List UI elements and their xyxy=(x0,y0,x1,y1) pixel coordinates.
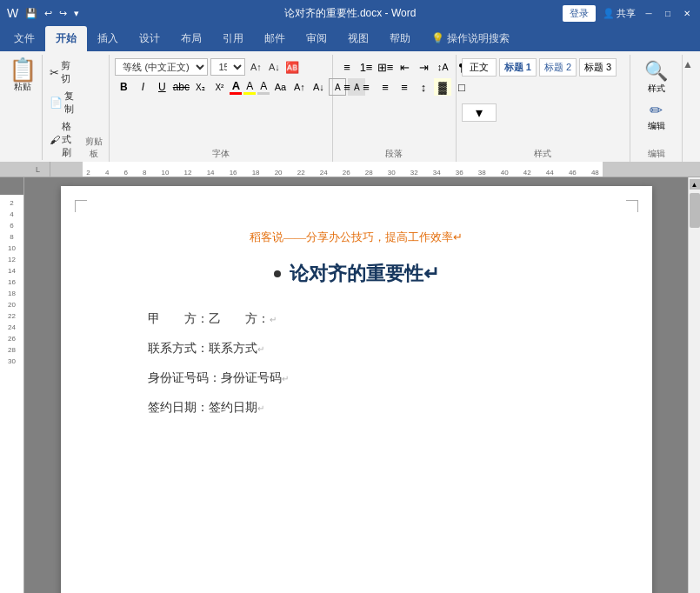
superscript-button[interactable]: X² xyxy=(210,78,228,96)
multilevel-button[interactable]: ⊞≡ xyxy=(377,58,394,76)
row3-value: 身份证号码 xyxy=(221,370,282,386)
row2-value: 联系方式 xyxy=(209,341,257,356)
style-heading3[interactable]: 标题 3 xyxy=(579,58,617,77)
row2-label: 联系方式 xyxy=(148,341,197,356)
vertical-ruler-body: 2 4 6 8 10 12 14 16 18 20 22 24 26 28 30 xyxy=(0,195,23,593)
tab-layout[interactable]: 布局 xyxy=(170,26,212,51)
vertical-scrollbar[interactable]: ▲ ▼ xyxy=(688,177,700,593)
paragraph-group: ≡ 1≡ ⊞≡ ⇤ ⇥ ↕A ¶ ≡ ≡ ≡ ≡ ↕ ▓ □ xyxy=(333,55,457,162)
font-size-up[interactable]: A↑ xyxy=(290,78,308,96)
row1-value: 乙 方 xyxy=(209,311,257,327)
tab-mailings[interactable]: 邮件 xyxy=(254,26,296,51)
shading-para-button[interactable]: ▓ xyxy=(434,78,451,96)
decrease-indent[interactable]: ⇤ xyxy=(396,58,413,76)
paste-icon: 📋 xyxy=(9,58,37,81)
tab-references[interactable]: 引用 xyxy=(212,26,254,51)
italic-button[interactable]: I xyxy=(134,78,151,96)
row2-colon: ： xyxy=(197,341,209,356)
tab-review[interactable]: 审阅 xyxy=(296,26,337,51)
horizontal-ruler: L 24 68 1012 1416 1820 2224 2628 3032 34… xyxy=(0,162,700,177)
font-family-select[interactable]: 等线 (中文正文) xyxy=(115,58,208,76)
font-grow-button[interactable]: A↑ xyxy=(248,59,263,75)
row2-enter: ↵ xyxy=(257,344,264,354)
font-group: 等线 (中文正文) 15.5 A↑ A↓ 🆎 B I U abc X₂ X² xyxy=(110,55,333,162)
tab-design[interactable]: 设计 xyxy=(129,26,170,51)
window-title: 论对齐的重要性.docx - Word xyxy=(284,6,417,21)
para-group-label: 段落 xyxy=(338,145,450,160)
tab-search[interactable]: 💡 操作说明搜索 xyxy=(421,26,520,51)
justify-button[interactable]: ≡ xyxy=(396,78,413,96)
corner-mark-tr xyxy=(626,200,638,212)
shading-button[interactable]: A xyxy=(257,80,270,95)
maximize-button[interactable]: □ xyxy=(662,7,674,19)
highlight-color-button[interactable]: A xyxy=(243,80,256,95)
document-page[interactable]: 稻客说——分享办公技巧，提高工作效率↵ 论对齐的重要性↵ 甲 方 ： 乙 方 ：… xyxy=(61,186,652,593)
row1-label: 甲 方 xyxy=(148,311,197,327)
align-right-button[interactable]: ≡ xyxy=(377,78,394,96)
line-spacing-button[interactable]: ↕ xyxy=(415,78,432,96)
sort-button[interactable]: ↕A xyxy=(434,58,451,76)
title-right: 登录 👤 共享 ─ □ ✕ xyxy=(563,5,693,22)
tab-view[interactable]: 视图 xyxy=(337,26,379,51)
minimize-button[interactable]: ─ xyxy=(643,7,655,19)
doc-subtitle: 稻客说——分享办公技巧，提高工作效率↵ xyxy=(130,230,583,245)
doc-title: 论对齐的重要性↵ xyxy=(290,261,439,287)
style-more[interactable]: ▾ xyxy=(462,103,497,122)
page-container: 稻客说——分享办公技巧，提高工作效率↵ 论对齐的重要性↵ 甲 方 ： 乙 方 ：… xyxy=(24,177,688,593)
tab-home[interactable]: 开始 xyxy=(45,26,87,51)
increase-indent[interactable]: ⇥ xyxy=(415,58,432,76)
font-size-dn[interactable]: A↓ xyxy=(310,78,327,96)
clear-format-button[interactable]: 🆎 xyxy=(284,59,300,75)
scroll-thumb[interactable] xyxy=(690,193,700,228)
share-button[interactable]: 👤 共享 xyxy=(603,7,636,20)
bullet-point xyxy=(274,270,281,277)
row4-colon: ： xyxy=(197,400,209,416)
doc-row-4: 签约日期 ： 签约日期 ↵ xyxy=(148,400,583,416)
paste-button[interactable]: 📋 粘贴 xyxy=(9,58,37,93)
align-left-button[interactable]: ≡ xyxy=(338,78,356,96)
login-button[interactable]: 登录 xyxy=(563,5,596,22)
ruler-marks: 24 68 1012 1416 1820 2224 2628 3032 3436… xyxy=(83,169,603,177)
qa-dropdown-btn[interactable]: ▾ xyxy=(72,8,81,19)
vertical-ruler: 2 4 6 8 10 12 14 16 18 20 22 24 26 28 30 xyxy=(0,177,24,593)
font-color-button[interactable]: A xyxy=(230,79,242,95)
subscript-button[interactable]: X₂ xyxy=(191,78,209,96)
font-shrink-button[interactable]: A↓ xyxy=(266,59,282,75)
strikethrough-button[interactable]: abc xyxy=(172,78,190,96)
style-heading1[interactable]: 标题 1 xyxy=(499,58,537,77)
save-quick-btn[interactable]: 💾 xyxy=(23,8,39,19)
align-center-button[interactable]: ≡ xyxy=(357,78,375,96)
style-normal[interactable]: 正文 xyxy=(462,58,497,77)
row1-colon: ： xyxy=(197,311,209,327)
tab-insert[interactable]: 插入 xyxy=(87,26,129,51)
undo-quick-btn[interactable]: ↩ xyxy=(43,8,54,19)
clipboard-label: 剪贴板 xyxy=(81,133,107,160)
close-button[interactable]: ✕ xyxy=(681,7,693,19)
style-heading2[interactable]: 标题 2 xyxy=(539,58,577,77)
tab-file[interactable]: 文件 xyxy=(3,26,45,51)
title-left: W 💾 ↩ ↪ ▾ xyxy=(7,6,81,20)
document-area: 2 4 6 8 10 12 14 16 18 20 22 24 26 28 30… xyxy=(0,177,700,593)
copy-button[interactable]: 📄复制 xyxy=(48,89,81,117)
bold-button[interactable]: B xyxy=(115,78,132,96)
find-replace-button[interactable]: 🔍 样式 xyxy=(643,58,670,97)
editing-group: 🔍 样式 ✏ 编辑 编辑 xyxy=(630,55,683,162)
collapse-ribbon-button[interactable]: ▲ xyxy=(683,55,693,70)
doc-title-row: 论对齐的重要性↵ xyxy=(130,261,583,287)
tab-help[interactable]: 帮助 xyxy=(379,26,421,51)
format-painter-button[interactable]: 🖌格式刷 xyxy=(48,119,81,160)
bullets-button[interactable]: ≡ xyxy=(338,58,356,76)
styles-group-label: 样式 xyxy=(462,145,624,160)
row3-enter: ↵ xyxy=(282,374,289,383)
redo-quick-btn[interactable]: ↪ xyxy=(57,8,69,19)
edit-btn2[interactable]: ✏ 编辑 xyxy=(646,99,667,134)
underline-button[interactable]: U xyxy=(153,78,170,96)
font-size-select[interactable]: 15.5 xyxy=(210,58,245,76)
quick-access-toolbar: 💾 ↩ ↪ ▾ xyxy=(23,8,81,19)
scroll-up-button[interactable]: ▲ xyxy=(690,179,700,190)
font-aa-button[interactable]: Aa xyxy=(271,78,289,96)
paste-section: 📋 粘贴 xyxy=(9,55,43,160)
numbering-button[interactable]: 1≡ xyxy=(357,58,375,76)
cut-button[interactable]: ✂剪切 xyxy=(48,58,81,86)
ruler-corner[interactable]: L xyxy=(26,162,50,177)
